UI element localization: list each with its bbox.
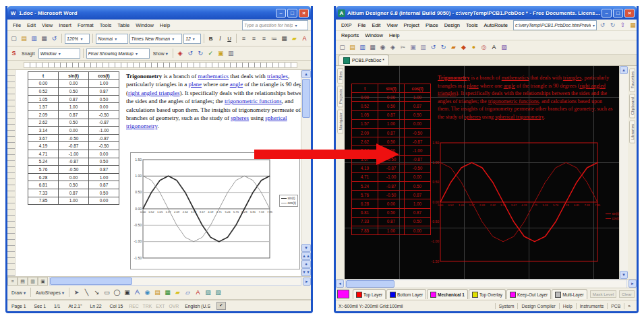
word-horizontal-scrollbar[interactable] [49, 277, 301, 286]
pcb-canvas[interactable]: tsin(t)cos(t)0.000.001.000.520.500.871.0… [345, 66, 619, 279]
hyperlink[interactable]: trigonometric functions [225, 98, 282, 104]
hyperlink[interactable]: spherical trigonometry [495, 114, 544, 120]
minimize-button[interactable]: – [276, 9, 286, 18]
copy-icon[interactable]: ▣ [409, 43, 417, 52]
word-titlebar[interactable]: W 1.doc - Microsoft Word – □ × [7, 6, 311, 20]
italic-button[interactable]: I [216, 34, 224, 43]
menu-item[interactable]: Help [157, 22, 173, 29]
autoshapes-menu-button[interactable]: AutoShapes▾ [34, 288, 66, 297]
shadow-icon[interactable]: ▨ [204, 288, 212, 297]
panel-button[interactable]: PCB [607, 303, 624, 309]
hyperlink[interactable]: angle [504, 83, 515, 89]
scrollbar-thumb[interactable] [50, 278, 132, 285]
highlight-icon[interactable]: ▰ [290, 34, 299, 43]
menu-item[interactable]: File [10, 22, 24, 29]
panel-tab[interactable]: Files [337, 68, 343, 84]
close-button[interactable]: × [624, 9, 635, 18]
underline-button[interactable]: U [225, 34, 233, 43]
menu-item[interactable]: Project [401, 22, 422, 29]
menu-item[interactable]: Edit [370, 22, 384, 29]
oval-icon[interactable]: ◯ [113, 288, 121, 297]
font-color2-icon[interactable]: A [194, 288, 202, 297]
mask-level-button[interactable]: Mask Level [590, 290, 616, 298]
layer-tab[interactable]: Multi-Layer [552, 289, 587, 299]
snagit-profile-combo[interactable]: Window▾ [38, 49, 80, 59]
draw-menu-button[interactable]: Draw▾ [9, 288, 28, 297]
undo-icon[interactable]: ↺ [429, 43, 438, 52]
current-layer-color-swatch[interactable] [337, 290, 349, 298]
menu-item[interactable]: File [355, 22, 368, 29]
status-toggle[interactable]: OVR [169, 304, 179, 309]
panel-button[interactable]: Help [559, 303, 576, 309]
align-center-icon[interactable]: ≡ [250, 34, 258, 43]
close-button[interactable]: × [299, 9, 309, 18]
picture-icon[interactable]: ▦ [163, 288, 172, 297]
menu-item[interactable]: Reports [339, 32, 361, 39]
align-left-icon[interactable]: ≡ [239, 34, 248, 43]
new-icon[interactable]: ▢ [338, 43, 347, 52]
menu-item[interactable]: DXP [339, 22, 354, 29]
textbox-icon[interactable]: ▣ [123, 288, 131, 297]
status-toggle[interactable]: REC [129, 304, 138, 309]
fill-color-icon[interactable]: ▰ [173, 288, 182, 297]
back-icon[interactable]: ↺ [598, 21, 607, 30]
question-help-box[interactable]: Type a question for help ▾ [242, 20, 308, 30]
menu-item[interactable]: AutoRoute [481, 22, 510, 29]
rectangle-icon[interactable]: ▭ [103, 288, 111, 297]
wordart-icon[interactable]: ᗅ [133, 288, 142, 297]
scroll-down-icon[interactable]: ▼ [620, 271, 628, 279]
status-toggle[interactable]: TRK [143, 304, 152, 309]
hyperlink[interactable]: angle [230, 81, 243, 88]
arrow-icon[interactable]: ↘ [92, 288, 101, 297]
place-pad-icon[interactable]: ● [469, 43, 478, 52]
previous-page-icon[interactable]: ▲▲ [301, 252, 311, 260]
redo-icon[interactable]: ↻ [439, 43, 448, 52]
hyperlink[interactable]: spheres [231, 115, 249, 121]
vertical-ruler[interactable] [7, 70, 16, 276]
scroll-right-icon[interactable]: ► [628, 280, 637, 288]
panel-tab[interactable]: Favorites [629, 68, 635, 92]
menu-item[interactable]: Window [362, 32, 386, 39]
scroll-up-icon[interactable]: ▲ [620, 66, 628, 74]
paste-icon[interactable]: ▥ [419, 43, 428, 52]
outline-view-icon[interactable]: ▣ [38, 277, 48, 286]
font-combo[interactable]: Times New Roman▾ [129, 34, 183, 44]
select-browse-object-icon[interactable]: ● [301, 260, 311, 268]
menu-item[interactable]: View [384, 22, 400, 29]
hyperlink[interactable]: plane [467, 83, 478, 89]
open-folder-icon[interactable]: ▤ [20, 34, 28, 43]
area-zoom-icon[interactable]: ◈ [388, 43, 397, 52]
maximize-button[interactable]: □ [287, 9, 297, 18]
scroll-right-icon[interactable]: ► [303, 278, 311, 286]
next-page-icon[interactable]: ▼▼ [301, 268, 311, 276]
prev-change-icon[interactable]: ↺ [186, 49, 195, 58]
markup-combo[interactable]: Final Showing Markup▾ [86, 49, 150, 59]
line-icon[interactable]: ╲ [82, 288, 91, 297]
open-icon[interactable]: ▤ [348, 43, 357, 52]
hyperlink[interactable]: spheres [465, 114, 481, 120]
hyperlink[interactable]: triangles [267, 73, 288, 79]
normal-view-icon[interactable]: ≡ [7, 277, 18, 286]
panel-button[interactable]: Instruments [576, 303, 608, 309]
menu-item[interactable]: Edit [24, 22, 38, 29]
print-layout-icon[interactable]: ▥ [28, 277, 38, 286]
insert-comment-icon[interactable]: ▣ [216, 49, 225, 58]
new-document-icon[interactable]: ▢ [9, 34, 18, 43]
place-via-icon[interactable]: ◎ [479, 43, 488, 52]
hyperlink[interactable]: right angled triangles [128, 90, 179, 96]
panel-tab[interactable]: Projects [337, 86, 343, 107]
print-icon[interactable]: ▦ [368, 43, 377, 52]
place-component-icon[interactable]: ▨ [500, 43, 508, 52]
layer-tab[interactable]: Mechanical 1 [427, 289, 468, 299]
undo-icon[interactable]: ↺ [50, 34, 59, 43]
scrollbar-thumb[interactable] [302, 79, 310, 118]
print-icon[interactable]: ▦ [40, 34, 49, 43]
diagram-icon[interactable]: ◉ [143, 288, 152, 297]
next-change-icon[interactable]: ↻ [196, 49, 205, 58]
word-chart[interactable]: 1.501.000.500.00-0.50-1.00-1.500.000.521… [130, 152, 300, 269]
layer-tab[interactable]: Bottom Layer [386, 289, 426, 299]
hyperlink[interactable]: trigonometric functions [488, 98, 539, 104]
font-color-icon[interactable]: A [300, 34, 309, 43]
cut-icon[interactable]: ✂ [399, 43, 407, 52]
save-icon[interactable]: ▥ [358, 43, 367, 52]
